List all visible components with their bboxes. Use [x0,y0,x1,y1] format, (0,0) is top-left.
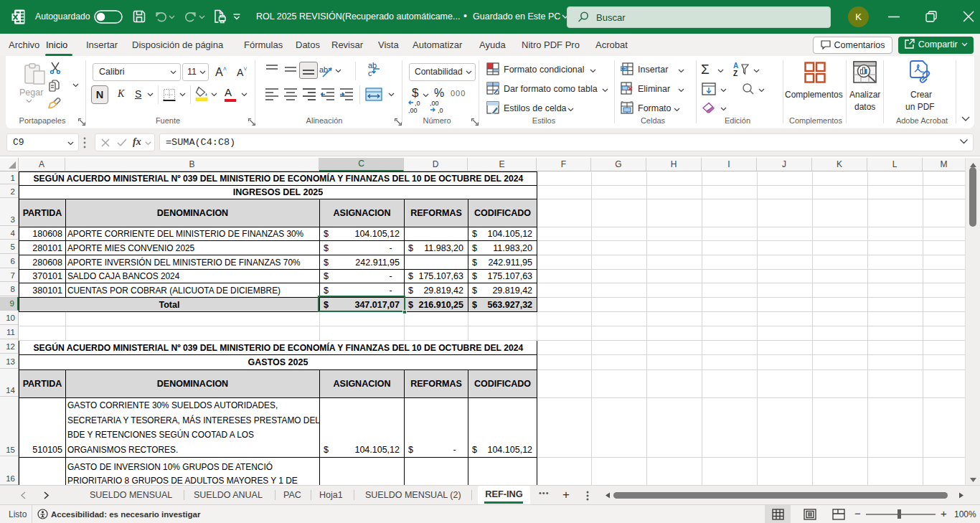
svg-text:,0: ,0 [415,100,420,107]
svg-text:,00: ,00 [408,107,418,114]
svg-text:Z: Z [733,70,738,77]
svg-text:c: c [368,69,372,77]
svg-text:A: A [733,62,738,70]
svg-text:,0: ,0 [438,107,443,114]
svg-text:,00: ,00 [430,100,439,107]
